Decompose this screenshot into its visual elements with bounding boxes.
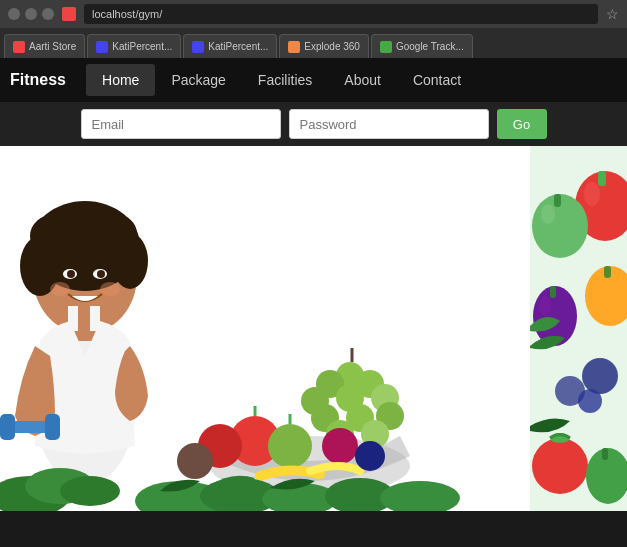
tab-favicon-4 [288, 41, 300, 53]
hero-woman-svg [0, 146, 530, 511]
browser-tab-3[interactable]: KatiPercent... [183, 34, 277, 58]
svg-point-55 [541, 204, 555, 224]
bookmark-icon[interactable]: ☆ [606, 6, 619, 22]
browser-tabs: Aarti Store KatiPercent... KatiPercent..… [0, 28, 627, 58]
email-input[interactable] [81, 109, 281, 139]
svg-rect-16 [90, 306, 100, 331]
website-content: Fitness Home Package Facilities About Co… [0, 58, 627, 511]
address-text: localhost/gym/ [92, 8, 162, 20]
password-input[interactable] [289, 109, 489, 139]
browser-tab-5[interactable]: Google Track... [371, 34, 473, 58]
nav-links: Home Package Facilities About Contact [86, 64, 477, 96]
tab-label-3: KatiPercent... [208, 41, 268, 52]
hero-right-image [530, 146, 627, 511]
svg-point-22 [60, 476, 120, 506]
browser-tab-2[interactable]: KatiPercent... [87, 34, 181, 58]
browser-tab-4[interactable]: Explode 360 [279, 34, 369, 58]
tab-label-1: Aarti Store [29, 41, 76, 52]
browser-min-btn[interactable] [25, 8, 37, 20]
tab-favicon-5 [380, 41, 392, 53]
nav-link-package[interactable]: Package [155, 64, 241, 96]
login-button[interactable]: Go [497, 109, 547, 139]
nav-logo: Fitness [10, 71, 66, 89]
svg-point-8 [93, 214, 137, 254]
address-bar[interactable]: localhost/gym/ [84, 4, 598, 24]
tab-favicon-3 [192, 41, 204, 53]
svg-rect-51 [598, 171, 606, 186]
browser-controls [8, 8, 54, 20]
svg-point-60 [539, 296, 551, 316]
browser-chrome: localhost/gym/ ☆ Aarti Store KatiPercent… [0, 0, 627, 58]
tab-label-5: Google Track... [396, 41, 464, 52]
login-bar: Go [0, 102, 627, 146]
svg-point-41 [322, 428, 358, 464]
nav-link-facilities[interactable]: Facilities [242, 64, 328, 96]
svg-point-43 [355, 441, 385, 471]
svg-point-13 [50, 282, 70, 296]
svg-rect-57 [604, 266, 611, 278]
tab-label-2: KatiPercent... [112, 41, 172, 52]
svg-rect-19 [45, 414, 60, 440]
tab-favicon-2 [96, 41, 108, 53]
svg-rect-18 [0, 414, 15, 440]
nav-link-about[interactable]: About [328, 64, 397, 96]
browser-max-btn[interactable] [42, 8, 54, 20]
svg-point-52 [584, 182, 600, 206]
svg-point-11 [67, 270, 75, 278]
hero-right-svg [530, 146, 627, 511]
svg-rect-54 [554, 194, 561, 207]
svg-point-7 [30, 214, 80, 258]
svg-point-42 [177, 443, 213, 479]
nav-link-home[interactable]: Home [86, 64, 155, 96]
page-favicon [62, 7, 76, 21]
svg-rect-59 [550, 286, 556, 298]
svg-point-12 [97, 270, 105, 278]
svg-rect-67 [602, 448, 608, 460]
navbar: Fitness Home Package Facilities About Co… [0, 58, 627, 102]
svg-point-63 [578, 389, 602, 413]
nav-link-contact[interactable]: Contact [397, 64, 477, 96]
svg-point-64 [532, 438, 588, 494]
browser-titlebar: localhost/gym/ ☆ [0, 0, 627, 28]
hero-section [0, 146, 627, 511]
svg-rect-15 [68, 306, 78, 331]
tab-favicon-1 [13, 41, 25, 53]
svg-point-39 [268, 424, 312, 468]
browser-close-btn[interactable] [8, 8, 20, 20]
hero-left-image [0, 146, 530, 511]
tab-label-4: Explode 360 [304, 41, 360, 52]
svg-point-14 [100, 282, 120, 296]
svg-point-61 [582, 358, 618, 394]
browser-tab-1[interactable]: Aarti Store [4, 34, 85, 58]
